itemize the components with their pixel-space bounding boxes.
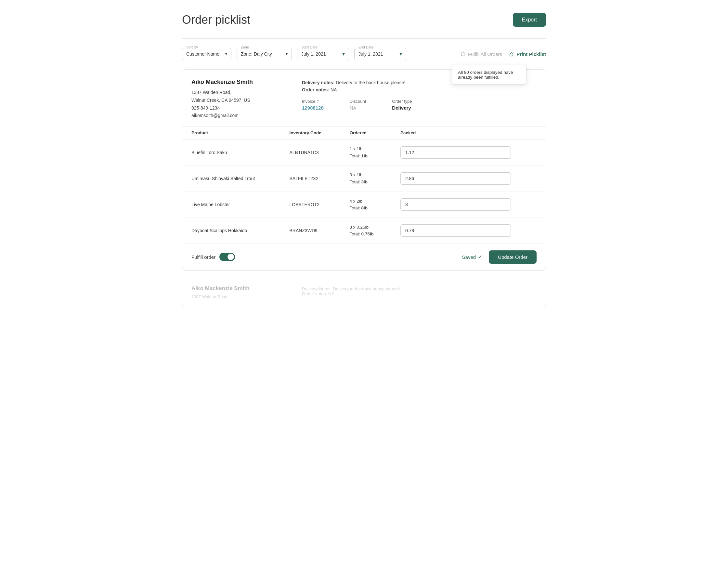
fulfill-all-label: Fulfill All Orders bbox=[468, 51, 502, 57]
footer-right: Saved ✓ Update Order bbox=[462, 250, 537, 264]
packed-cell bbox=[391, 139, 546, 166]
invoice-meta: Invoice # 12908128 bbox=[302, 99, 324, 110]
page-title: Order picklist bbox=[182, 13, 250, 27]
packed-input-0[interactable] bbox=[400, 146, 511, 159]
col-ordered: Ordered bbox=[341, 126, 391, 139]
saved-label: Saved bbox=[462, 254, 476, 260]
order-notes-value: NA bbox=[331, 87, 337, 92]
table-row: Umimasu Shioyaki Salted Trout SALFILET2X… bbox=[182, 166, 546, 192]
inventory-code-cell: LOBSTEROT2 bbox=[281, 192, 341, 218]
start-date-label: Start Date bbox=[300, 45, 318, 49]
ordered-qty: 1 x 1lbTotal: 1lb bbox=[350, 145, 382, 159]
phone: 925-849-1234 bbox=[191, 104, 289, 112]
faded-notes-area: Delivery Notes: Delivery to the back hou… bbox=[302, 285, 537, 299]
end-date-select[interactable]: July 1, 2021 bbox=[354, 48, 406, 60]
tooltip-message: All 80 orders displayed have already bee… bbox=[458, 70, 513, 80]
filters-bar: Sort By Customer Name ▼ Zone Zone: Daly … bbox=[182, 48, 546, 60]
packed-cell bbox=[391, 192, 546, 218]
packed-input-1[interactable] bbox=[400, 172, 511, 185]
tooltip: All 80 orders displayed have already bee… bbox=[452, 65, 526, 84]
order-notes-area: Delivery notes: Delivery to the back hou… bbox=[302, 79, 537, 120]
update-order-button[interactable]: Update Order bbox=[489, 250, 537, 264]
inventory-code-cell: SALFILET2X2 bbox=[281, 166, 341, 192]
print-icon: 🖨 bbox=[509, 51, 515, 57]
start-date-select[interactable]: July 1, 2021 bbox=[297, 48, 349, 60]
end-date-label: End Date bbox=[358, 45, 374, 49]
order-type-label: Order type bbox=[392, 99, 412, 104]
product-cell: Umimasu Shioyaki Salted Trout bbox=[182, 166, 281, 192]
order-table: Product Inventory Code Ordered Packed Bl… bbox=[182, 126, 546, 244]
print-picklist-button[interactable]: 🖨 Print Picklist bbox=[509, 51, 546, 57]
order-type-meta: Order type Delivery bbox=[392, 99, 412, 110]
order-card-1: Aiko Mackenzie Smith 1387 Walden Road, W… bbox=[182, 69, 546, 271]
discount-meta: Discount NA bbox=[350, 99, 366, 110]
ordered-qty: 4 x 2lbTotal: 8lb bbox=[350, 198, 382, 212]
product-cell: Live Maine Lobster bbox=[182, 192, 281, 218]
zone-select[interactable]: Zone: Daly City bbox=[237, 48, 292, 60]
order-card-2: Aiko Mackenzie Smith 1387 Walden Road, D… bbox=[182, 277, 546, 307]
order-type-value: Delivery bbox=[392, 105, 412, 110]
ordered-cell: 3 x 1lbTotal: 3lb bbox=[341, 166, 391, 192]
discount-value: NA bbox=[350, 105, 366, 110]
faded-customer-name: Aiko Mackenzie Smith bbox=[191, 285, 289, 292]
discount-label: Discount bbox=[350, 99, 366, 104]
ordered-cell: 3 x 0.25lbTotal: 0.75lb bbox=[341, 218, 391, 244]
end-date-filter: End Date July 1, 2021 ▼ bbox=[354, 48, 406, 60]
inventory-code-cell: BRANZ3WD9 bbox=[281, 218, 341, 244]
ordered-qty: 3 x 0.25lbTotal: 0.75lb bbox=[350, 224, 382, 238]
ordered-cell: 4 x 2lbTotal: 8lb bbox=[341, 192, 391, 218]
fulfill-order-area: Fulfill order bbox=[191, 253, 235, 261]
ordered-qty: 3 x 1lbTotal: 3lb bbox=[350, 171, 382, 185]
fulfill-all-icon: 🗒 bbox=[460, 51, 466, 57]
export-button[interactable]: Export bbox=[513, 13, 546, 27]
table-header-row: Product Inventory Code Ordered Packed bbox=[182, 126, 546, 139]
saved-badge: Saved ✓ bbox=[462, 254, 483, 260]
toggle-slider bbox=[219, 253, 235, 261]
print-label: Print Picklist bbox=[516, 51, 546, 57]
customer-name: Aiko Mackenzie Smith bbox=[191, 79, 289, 85]
faded-customer-info: Aiko Mackenzie Smith 1387 Walden Road, bbox=[191, 285, 289, 299]
ordered-cell: 1 x 1lbTotal: 1lb bbox=[341, 139, 391, 166]
table-row: Dayboat Scallops Hokkaido BRANZ3WD9 3 x … bbox=[182, 218, 546, 244]
order-notes-label: Order notes: bbox=[302, 87, 329, 92]
faded-header: Aiko Mackenzie Smith 1387 Walden Road, D… bbox=[182, 277, 546, 307]
zone-filter: Zone Zone: Daly City ▼ bbox=[237, 48, 292, 60]
order-notes: Order notes: NA bbox=[302, 87, 537, 92]
invoice-value[interactable]: 12908128 bbox=[302, 105, 324, 110]
packed-input-3[interactable] bbox=[400, 224, 511, 237]
delivery-notes-value: Delivery to the back house please! bbox=[336, 80, 405, 85]
delivery-notes-label: Delivery notes: bbox=[302, 80, 334, 85]
invoice-label: Invoice # bbox=[302, 99, 324, 104]
customer-address: 1387 Walden Road, Walnut Creek, CA 94597… bbox=[191, 89, 289, 120]
col-inventory-code: Inventory Code bbox=[281, 126, 341, 139]
fulfill-all-button[interactable]: 🗒 Fulfill All Orders bbox=[460, 51, 502, 57]
col-spacer bbox=[491, 126, 546, 139]
order-meta: Invoice # 12908128 Discount NA Order typ… bbox=[302, 99, 537, 110]
faded-order-notes: Order Notes: NA bbox=[302, 291, 537, 296]
col-packed: Packed bbox=[391, 126, 491, 139]
fulfill-order-label: Fulfill order bbox=[191, 254, 215, 260]
saved-checkmark-icon: ✓ bbox=[478, 254, 482, 260]
product-cell: Bluefin Toro Saku bbox=[182, 139, 281, 166]
table-row: Live Maine Lobster LOBSTEROT2 4 x 2lbTot… bbox=[182, 192, 546, 218]
zone-label: Zone bbox=[240, 45, 250, 49]
faded-address: 1387 Walden Road, bbox=[191, 294, 289, 299]
header-divider bbox=[182, 39, 546, 39]
col-product: Product bbox=[182, 126, 281, 139]
action-buttons: 🗒 Fulfill All Orders 🖨 Print Picklist Al… bbox=[460, 51, 546, 57]
packed-cell bbox=[391, 218, 546, 244]
address-line2: Walnut Creek, CA 94597, US bbox=[191, 97, 289, 104]
sort-by-label: Sort By bbox=[185, 45, 199, 49]
page-header: Order picklist Export bbox=[182, 13, 546, 27]
email: aikomsoith@gmail.com bbox=[191, 112, 289, 120]
order-footer: Fulfill order Saved ✓ Update Order bbox=[182, 244, 546, 270]
packed-input-2[interactable] bbox=[400, 198, 511, 211]
sort-by-select[interactable]: Customer Name bbox=[182, 48, 231, 60]
fulfill-toggle[interactable] bbox=[219, 253, 235, 261]
sort-by-filter: Sort By Customer Name ▼ bbox=[182, 48, 231, 60]
address-line1: 1387 Walden Road, bbox=[191, 89, 289, 97]
faded-delivery-notes: Delivery Notes: Delivery to the back hou… bbox=[302, 286, 537, 291]
table-row: Bluefin Toro Saku ALBTUNA1C3 1 x 1lbTota… bbox=[182, 139, 546, 166]
inventory-code-cell: ALBTUNA1C3 bbox=[281, 139, 341, 166]
product-cell: Dayboat Scallops Hokkaido bbox=[182, 218, 281, 244]
